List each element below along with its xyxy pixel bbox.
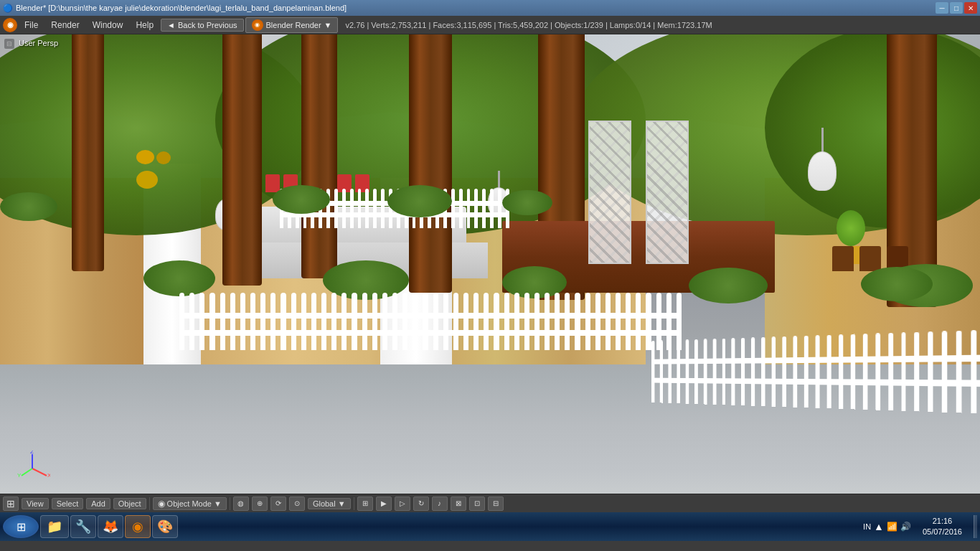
snap-button[interactable]: ⟳ bbox=[270, 496, 286, 511]
menu-window[interactable]: Window bbox=[87, 19, 129, 32]
system-tray: IN ▲ 📶 🔊 bbox=[863, 521, 911, 532]
start-button[interactable]: ⊞ bbox=[3, 515, 39, 538]
svg-text:Z: Z bbox=[30, 451, 34, 455]
maximize-button[interactable]: □ bbox=[950, 2, 963, 14]
menu-file[interactable]: File bbox=[19, 19, 44, 32]
firefox-icon: 🦊 bbox=[103, 519, 118, 534]
show-desktop-button[interactable] bbox=[974, 515, 977, 538]
viewport-stats: v2.76 | Verts:2,753,211 | Faces:3,115,69… bbox=[345, 21, 712, 29]
select-menu-button[interactable]: Select bbox=[52, 498, 84, 509]
menu-render[interactable]: Render bbox=[45, 19, 85, 32]
mode-icon: ◉ bbox=[158, 499, 165, 509]
viewport-icon-button[interactable]: ⊞ bbox=[3, 496, 19, 511]
bottom-toolbar: ⊞ View Select Add Object ◉ Object Mode ▼… bbox=[0, 494, 980, 512]
system-tray-area: IN ▲ 📶 🔊 21:16 05/07/2016 bbox=[863, 515, 977, 538]
app2-icon: 🔧 bbox=[75, 519, 91, 534]
tree-trunk-5 bbox=[72, 34, 104, 271]
shrub-7 bbox=[689, 268, 768, 303]
viewport-num-pad-icon[interactable]: ⊟ bbox=[4, 39, 14, 49]
blender-small-icon: ◉ bbox=[252, 19, 263, 31]
back-to-previous-button[interactable]: ◄ Back to Previous bbox=[161, 19, 243, 32]
shrub-10 bbox=[861, 267, 933, 301]
game-button[interactable]: ▷ bbox=[395, 496, 410, 511]
view-menu-button[interactable]: View bbox=[22, 498, 49, 509]
toolbar-separator-2 bbox=[230, 497, 230, 510]
network-icon: ▲ bbox=[874, 521, 884, 532]
windows-logo-icon: ⊞ bbox=[17, 520, 26, 534]
taskbar-firefox[interactable]: 🦊 bbox=[98, 515, 123, 538]
taskbar-app-5[interactable]: 🎨 bbox=[152, 515, 178, 538]
dropdown-arrow: ▼ bbox=[324, 21, 332, 29]
clock: 21:16 05/07/2016 bbox=[917, 516, 968, 538]
svg-text:X: X bbox=[47, 472, 50, 479]
fence-front-center bbox=[179, 293, 682, 350]
window-controls: ─ □ ✕ bbox=[936, 2, 977, 14]
taskbar-file-explorer[interactable]: 📁 bbox=[40, 515, 69, 538]
back-label: Back to Previous bbox=[178, 21, 237, 29]
render-engine-dropdown[interactable]: ◉ Blender Render ▼ bbox=[245, 17, 339, 33]
lattice-tower-left bbox=[588, 121, 631, 264]
blender-title-icon: 🔵 bbox=[3, 4, 13, 13]
shrub-3 bbox=[502, 190, 552, 215]
axis-indicator: X Y Z bbox=[14, 451, 43, 479]
drum-kit bbox=[136, 146, 194, 189]
time-display: 21:16 bbox=[933, 516, 953, 527]
shrub-4 bbox=[143, 260, 215, 296]
proportional-edit-button[interactable]: ⊙ bbox=[289, 496, 305, 511]
close-button[interactable]: ✕ bbox=[964, 2, 977, 14]
shrub-8 bbox=[0, 192, 57, 221]
extra-button-1[interactable]: ⊠ bbox=[451, 496, 466, 511]
audio-button[interactable]: ♪ bbox=[432, 496, 448, 511]
title-bar-left: 🔵 Blender* [D:\bunsin\the karyae julie\d… bbox=[3, 4, 347, 13]
tree-trunk-6 bbox=[301, 34, 337, 278]
viewport[interactable]: ⊟ User Persp X Y Z bbox=[0, 34, 980, 494]
extra-button-2[interactable]: ⊡ bbox=[469, 496, 485, 511]
back-icon: ◄ bbox=[167, 21, 175, 29]
grid-snap-button[interactable]: ⊞ bbox=[357, 496, 373, 511]
global-label: Global bbox=[313, 499, 336, 508]
viewport-label: User Persp bbox=[19, 39, 58, 47]
date-display: 05/07/2016 bbox=[923, 527, 962, 537]
lantern-3 bbox=[808, 128, 837, 191]
scene-background: ⊟ User Persp X Y Z bbox=[0, 34, 980, 494]
taskbar-blender[interactable]: ◉ bbox=[125, 515, 151, 538]
minimize-button[interactable]: ─ bbox=[936, 2, 948, 14]
lattice-tower-right bbox=[646, 121, 689, 264]
object-menu-button[interactable]: Object bbox=[113, 498, 146, 509]
wifi-icon: 📶 bbox=[887, 522, 897, 532]
pivot-button[interactable]: ⊕ bbox=[252, 496, 268, 511]
render-button[interactable]: ▶ bbox=[376, 496, 392, 511]
title-bar: 🔵 Blender* [D:\bunsin\the karyae julie\d… bbox=[0, 0, 980, 16]
transform-orientation-dropdown[interactable]: Global ▼ bbox=[308, 498, 351, 509]
windows-taskbar: ⊞ 📁 🔧 🦊 ◉ 🎨 IN ▲ 📶 🔊 21:16 05/07/2016 bbox=[0, 512, 980, 541]
file-explorer-icon: 📁 bbox=[47, 519, 62, 534]
blender-taskbar-icon: ◉ bbox=[132, 519, 143, 534]
svg-line-2 bbox=[22, 468, 32, 476]
render-engine-label: Blender Render bbox=[266, 21, 321, 29]
orientation-arrow: ▼ bbox=[338, 499, 346, 508]
app5-icon: 🎨 bbox=[157, 519, 173, 534]
toolbar-separator-3 bbox=[354, 497, 354, 510]
volume-icon: 🔊 bbox=[900, 522, 911, 532]
extra-button-3[interactable]: ⊟ bbox=[488, 496, 504, 511]
shrub-1 bbox=[273, 185, 330, 214]
language-indicator: IN bbox=[863, 522, 871, 531]
tree-trunk-1 bbox=[222, 34, 262, 286]
mode-label: Object Mode bbox=[167, 499, 212, 508]
menu-bar: ◉ File Render Window Help ◄ Back to Prev… bbox=[0, 16, 980, 34]
object-mode-dropdown[interactable]: ◉ Object Mode ▼ bbox=[153, 497, 227, 510]
blender-logo: ◉ bbox=[3, 18, 17, 32]
fence-right bbox=[651, 329, 980, 414]
tree-trunk-2 bbox=[409, 34, 452, 293]
mode-dropdown-arrow: ▼ bbox=[214, 499, 222, 508]
svg-line-0 bbox=[32, 468, 47, 476]
add-menu-button[interactable]: Add bbox=[86, 498, 110, 509]
viewport-shading-button[interactable]: ◍ bbox=[233, 496, 249, 511]
toolbar-separator-1 bbox=[149, 497, 150, 510]
svg-text:Y: Y bbox=[17, 472, 22, 479]
menu-help[interactable]: Help bbox=[130, 19, 159, 32]
title-text: Blender* [D:\bunsin\the karyae julie\dek… bbox=[16, 4, 347, 12]
shrub-2 bbox=[387, 185, 452, 217]
taskbar-app-2[interactable]: 🔧 bbox=[70, 515, 96, 538]
sync-button[interactable]: ↻ bbox=[413, 496, 429, 511]
